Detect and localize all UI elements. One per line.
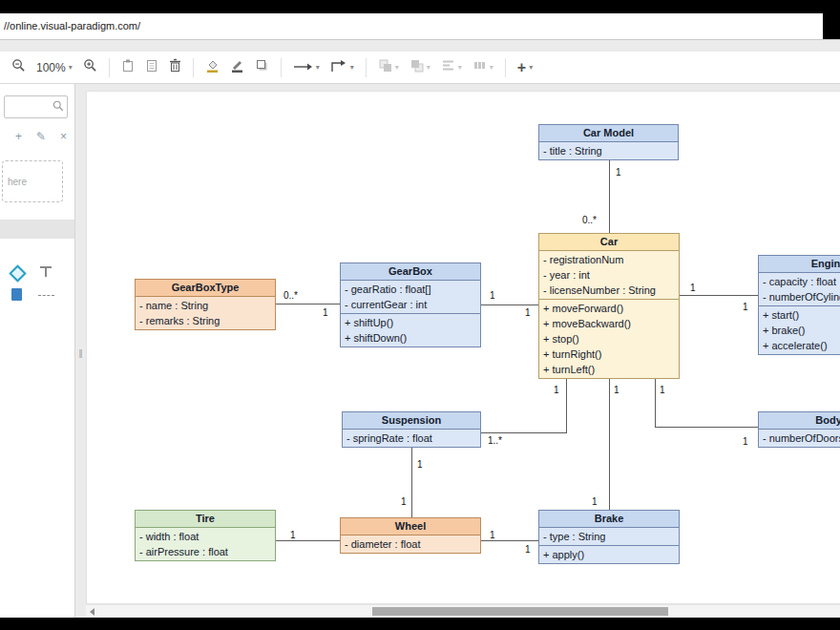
multiplicity-label[interactable]: 1 xyxy=(553,385,560,395)
add-shape-button[interactable]: + ▾ xyxy=(514,58,536,77)
association-line[interactable] xyxy=(276,304,340,304)
zoom-level-dropdown[interactable]: 100% ▾ xyxy=(32,58,76,77)
send-backward-icon xyxy=(410,58,424,76)
send-backward-button[interactable]: ▾ xyxy=(406,55,434,79)
class-attrs: - capacity : float- numberOfCylinders : … xyxy=(759,273,840,305)
edit-palette-button[interactable]: ✎ xyxy=(36,130,46,143)
class-tire[interactable]: Tire- width : float- airPressure : float xyxy=(135,510,276,561)
browser-url[interactable]: //online.visual-paradigm.com/ xyxy=(0,13,840,39)
class-gearbox[interactable]: GearBox- gearRatio : float[]- currentGea… xyxy=(340,262,481,347)
close-palette-button[interactable]: × xyxy=(60,130,67,143)
class-gearboxtype[interactable]: GearBoxType- name : String- remarks : St… xyxy=(135,279,276,330)
class-title: Engine xyxy=(759,256,840,273)
class-body[interactable]: Body- numberOfDoors : int xyxy=(758,411,840,448)
multiplicity-label[interactable]: 1 xyxy=(613,385,620,395)
horizontal-scrollbar[interactable] xyxy=(86,604,840,617)
class-member: + start() xyxy=(759,307,840,323)
scroll-left-arrow-icon[interactable] xyxy=(90,608,94,616)
class-wheel[interactable]: Wheel- diameter : float xyxy=(340,517,481,554)
multiplicity-label[interactable]: 0..* xyxy=(581,215,598,225)
sidebar-collapse-handle[interactable]: ∥ xyxy=(75,342,86,365)
class-engine[interactable]: Engine- capacity : float- numberOfCylind… xyxy=(758,255,840,355)
diagram-canvas[interactable]: Car Model- title : StringCar- registrati… xyxy=(86,91,840,604)
association-line[interactable] xyxy=(276,540,340,541)
multiplicity-label[interactable]: 1 xyxy=(689,283,697,293)
palette-item-document[interactable] xyxy=(11,288,22,301)
connector-style-button[interactable]: ▾ xyxy=(289,56,324,79)
multiplicity-label[interactable]: 1 xyxy=(524,307,532,318)
palette-item-tbar[interactable] xyxy=(38,265,53,283)
shape-drop-zone[interactable]: here xyxy=(2,160,63,202)
elbow-connector-button[interactable]: ▾ xyxy=(326,56,358,79)
class-member: + moveForward() xyxy=(539,301,679,316)
zoom-out-button[interactable] xyxy=(8,55,30,79)
palette-item-decision[interactable] xyxy=(11,267,24,280)
multiplicity-label[interactable]: 1 xyxy=(289,530,297,540)
multiplicity-label[interactable]: 1 xyxy=(615,167,622,178)
palette-item-dashed-line[interactable] xyxy=(38,295,54,296)
bring-forward-button[interactable]: ▾ xyxy=(374,55,403,79)
window-corner-block xyxy=(823,13,840,39)
align-button[interactable]: ▾ xyxy=(437,55,466,79)
palette-section-header[interactable] xyxy=(0,220,74,239)
multiplicity-label[interactable]: 1..* xyxy=(487,435,503,446)
fill-color-button[interactable] xyxy=(201,55,223,79)
multiplicity-label[interactable]: 1 xyxy=(591,496,598,507)
multiplicity-label[interactable]: 1 xyxy=(400,496,408,507)
class-title: Car Model xyxy=(539,125,678,142)
search-input[interactable] xyxy=(5,100,51,114)
class-car-model[interactable]: Car Model- title : String xyxy=(538,124,679,160)
scrollbar-thumb[interactable] xyxy=(372,607,668,616)
zoom-out-icon xyxy=(11,58,26,76)
chevron-down-icon: ▾ xyxy=(316,63,320,72)
distribute-icon xyxy=(472,58,487,76)
class-member: - capacity : float xyxy=(759,274,840,289)
association-line[interactable] xyxy=(481,540,538,541)
line-color-button[interactable] xyxy=(226,55,248,79)
multiplicity-label[interactable]: 1 xyxy=(489,290,496,301)
zoom-in-button[interactable] xyxy=(79,55,101,79)
association-line[interactable] xyxy=(566,379,567,432)
multiplicity-label[interactable]: 1 xyxy=(742,436,749,447)
paste-button[interactable] xyxy=(117,55,138,79)
class-attrs: - name : String- remarks : String xyxy=(136,297,275,329)
shadow-button[interactable] xyxy=(251,55,273,79)
multiplicity-label[interactable]: 1 xyxy=(416,459,424,470)
association-line[interactable] xyxy=(481,304,538,305)
duplicate-icon xyxy=(145,58,158,76)
multiplicity-label[interactable]: 1 xyxy=(489,530,496,540)
class-member: - numberOfDoors : int xyxy=(759,430,840,446)
class-title: Tire xyxy=(136,511,275,528)
class-brake[interactable]: Brake- type : String+ apply() xyxy=(538,510,680,564)
chevron-down-icon: ▾ xyxy=(490,63,494,72)
multiplicity-label[interactable]: 1 xyxy=(524,544,532,555)
duplicate-button[interactable] xyxy=(141,55,162,79)
class-suspension[interactable]: Suspension- springRate : float xyxy=(342,411,481,448)
association-line[interactable] xyxy=(609,160,610,233)
association-line[interactable] xyxy=(609,379,610,510)
class-car[interactable]: Car- registrationNum- year : int- licens… xyxy=(538,233,680,379)
class-member: - name : String xyxy=(136,298,275,313)
class-member: + turnRight() xyxy=(539,346,679,362)
association-line[interactable] xyxy=(481,432,567,433)
straight-arrow-icon xyxy=(293,59,313,76)
multiplicity-label[interactable]: 1 xyxy=(322,307,329,318)
multiplicity-label[interactable]: 0..* xyxy=(283,290,299,301)
association-line[interactable] xyxy=(680,295,758,296)
workspace: + ✎ × here ∥ Car Model- title : StringCa… xyxy=(0,84,840,618)
editor-toolbar: 100% ▾ ▾ ▾ xyxy=(0,52,840,84)
class-attrs: - width : float- airPressure : float xyxy=(136,528,275,560)
add-palette-button[interactable]: + xyxy=(15,130,22,143)
toolbar-separator xyxy=(193,58,194,77)
distribute-button[interactable]: ▾ xyxy=(469,55,497,79)
association-line[interactable] xyxy=(411,448,412,517)
association-line[interactable] xyxy=(655,427,758,428)
association-line[interactable] xyxy=(655,379,656,428)
multiplicity-label[interactable]: 1 xyxy=(659,385,666,395)
class-attrs: - numberOfDoors : int xyxy=(759,430,840,447)
class-member: - numberOfCylinders : int xyxy=(759,289,840,304)
delete-button[interactable] xyxy=(165,55,185,79)
class-member: + shiftDown() xyxy=(341,330,480,346)
multiplicity-label[interactable]: 1 xyxy=(742,302,749,312)
toolbar-separator xyxy=(281,58,282,77)
